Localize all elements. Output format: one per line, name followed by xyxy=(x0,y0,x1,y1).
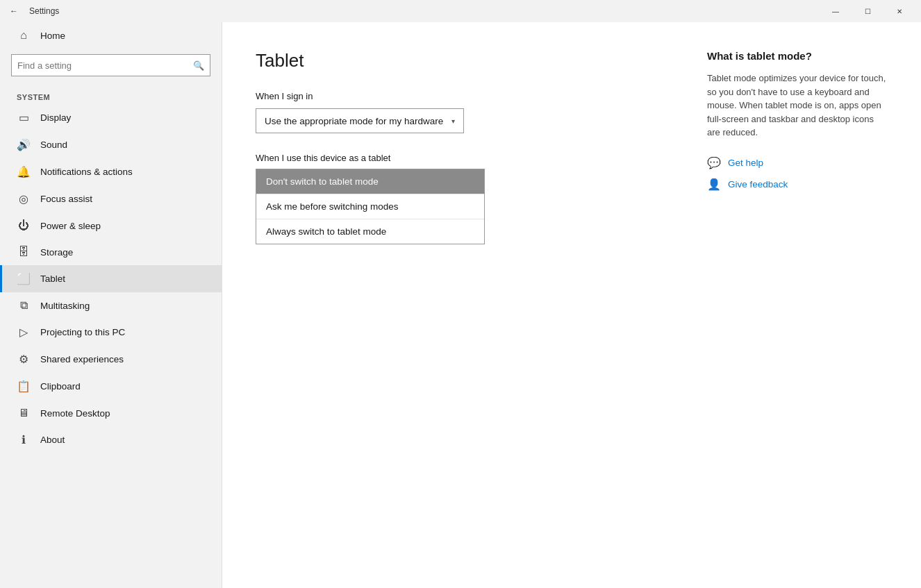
display-icon: ▭ xyxy=(17,111,31,124)
maximize-icon: ☐ xyxy=(865,8,871,15)
shared-label: Shared experiences xyxy=(40,354,124,364)
help-description: Tablet mode optimizes your device for to… xyxy=(707,72,888,140)
remote-label: Remote Desktop xyxy=(40,408,110,419)
sound-icon: 🔊 xyxy=(17,138,31,151)
sign-in-dropdown[interactable]: Use the appropriate mode for my hardware… xyxy=(256,108,464,133)
give-feedback-label: Give feedback xyxy=(728,179,788,190)
about-icon: ℹ xyxy=(17,433,31,446)
sidebar-item-multitasking[interactable]: ⧉ Multitasking xyxy=(0,292,222,319)
content-area: Tablet When I sign in Use the appropriat… xyxy=(222,22,921,588)
window-controls: — ☐ ✕ xyxy=(820,0,915,22)
sound-label: Sound xyxy=(40,140,67,150)
clipboard-label: Clipboard xyxy=(40,381,81,392)
focus-icon: ◎ xyxy=(17,192,31,205)
always-switch-label: Always switch to tablet mode xyxy=(266,226,386,237)
tablet-icon: ⬜ xyxy=(17,272,31,285)
help-panel: What is tablet mode? Tablet mode optimiz… xyxy=(707,50,888,560)
sidebar-item-shared[interactable]: ⚙ Shared experiences xyxy=(0,346,222,373)
dont-switch-label: Don't switch to tablet mode xyxy=(266,176,379,187)
notifications-icon: 🔔 xyxy=(17,165,31,178)
sidebar-item-focus[interactable]: ◎ Focus assist xyxy=(0,185,222,212)
sidebar-item-tablet[interactable]: ⬜ Tablet xyxy=(0,265,222,292)
page-title: Tablet xyxy=(256,50,679,72)
close-button[interactable]: ✕ xyxy=(883,0,915,22)
content-main: Tablet When I sign in Use the appropriat… xyxy=(256,50,679,560)
dropdown-value: Use the appropriate mode for my hardware xyxy=(265,116,443,126)
back-button[interactable]: ← xyxy=(6,3,22,19)
listbox-item-dont-switch[interactable]: Don't switch to tablet mode xyxy=(256,169,484,194)
multitasking-label: Multitasking xyxy=(40,301,90,311)
sidebar-item-storage[interactable]: 🗄 Storage xyxy=(0,239,222,265)
give-feedback-icon: 👤 xyxy=(707,178,721,191)
sidebar-item-display[interactable]: ▭ Display xyxy=(0,104,222,131)
app-body: ⌂ Home 🔍 System ▭ Display 🔊 Sound 🔔 Noti… xyxy=(0,22,921,588)
home-icon: ⌂ xyxy=(17,29,31,42)
chevron-down-icon: ▾ xyxy=(451,117,455,125)
sign-in-dropdown-container: Use the appropriate mode for my hardware… xyxy=(256,108,464,133)
storage-label: Storage xyxy=(40,247,73,258)
notifications-label: Notifications & actions xyxy=(40,167,133,177)
maximize-button[interactable]: ☐ xyxy=(852,0,883,22)
display-label: Display xyxy=(40,112,71,123)
system-section-label: System xyxy=(0,85,222,104)
remote-icon: 🖥 xyxy=(17,407,31,419)
sidebar: ⌂ Home 🔍 System ▭ Display 🔊 Sound 🔔 Noti… xyxy=(0,22,222,588)
app-title: Settings xyxy=(29,6,59,16)
ask-label: Ask me before switching modes xyxy=(266,201,399,212)
search-box: 🔍 xyxy=(11,54,210,76)
get-help-icon: 💬 xyxy=(707,156,721,169)
give-feedback-link[interactable]: 👤 Give feedback xyxy=(707,178,888,191)
multitasking-icon: ⧉ xyxy=(17,299,31,312)
shared-icon: ⚙ xyxy=(17,353,31,366)
power-icon: ⏻ xyxy=(17,219,31,232)
projecting-icon: ▷ xyxy=(17,326,31,339)
listbox-item-ask[interactable]: Ask me before switching modes xyxy=(256,194,484,219)
titlebar: ← Settings — ☐ ✕ xyxy=(0,0,921,22)
close-icon: ✕ xyxy=(897,8,902,15)
sidebar-item-projecting[interactable]: ▷ Projecting to this PC xyxy=(0,319,222,346)
tablet-mode-label: When I use this device as a tablet xyxy=(256,153,679,163)
projecting-label: Projecting to this PC xyxy=(40,327,125,337)
sign-in-label: When I sign in xyxy=(256,91,679,101)
storage-icon: 🗄 xyxy=(17,246,31,258)
sidebar-item-remote[interactable]: 🖥 Remote Desktop xyxy=(0,400,222,426)
sidebar-item-about[interactable]: ℹ About xyxy=(0,426,222,453)
sidebar-item-power[interactable]: ⏻ Power & sleep xyxy=(0,212,222,239)
help-title: What is tablet mode? xyxy=(707,50,888,62)
get-help-label: Get help xyxy=(728,158,763,168)
home-label: Home xyxy=(40,31,65,41)
titlebar-left: ← Settings xyxy=(6,3,59,19)
sidebar-item-notifications[interactable]: 🔔 Notifications & actions xyxy=(0,158,222,185)
nav-list: ▭ Display 🔊 Sound 🔔 Notifications & acti… xyxy=(0,104,222,453)
search-icon: 🔍 xyxy=(193,60,204,71)
listbox-item-always-switch[interactable]: Always switch to tablet mode xyxy=(256,219,484,244)
back-icon: ← xyxy=(10,6,18,16)
sidebar-item-sound[interactable]: 🔊 Sound xyxy=(0,131,222,158)
power-label: Power & sleep xyxy=(40,221,101,231)
minimize-button[interactable]: — xyxy=(820,0,852,22)
focus-label: Focus assist xyxy=(40,194,92,204)
tablet-label: Tablet xyxy=(40,274,65,284)
search-input[interactable] xyxy=(17,60,193,71)
sidebar-item-home[interactable]: ⌂ Home xyxy=(0,22,222,49)
tablet-mode-listbox[interactable]: Don't switch to tablet mode Ask me befor… xyxy=(256,169,485,244)
about-label: About xyxy=(40,435,65,445)
minimize-icon: — xyxy=(832,8,839,15)
clipboard-icon: 📋 xyxy=(17,380,31,393)
sidebar-item-clipboard[interactable]: 📋 Clipboard xyxy=(0,373,222,400)
get-help-link[interactable]: 💬 Get help xyxy=(707,156,888,169)
